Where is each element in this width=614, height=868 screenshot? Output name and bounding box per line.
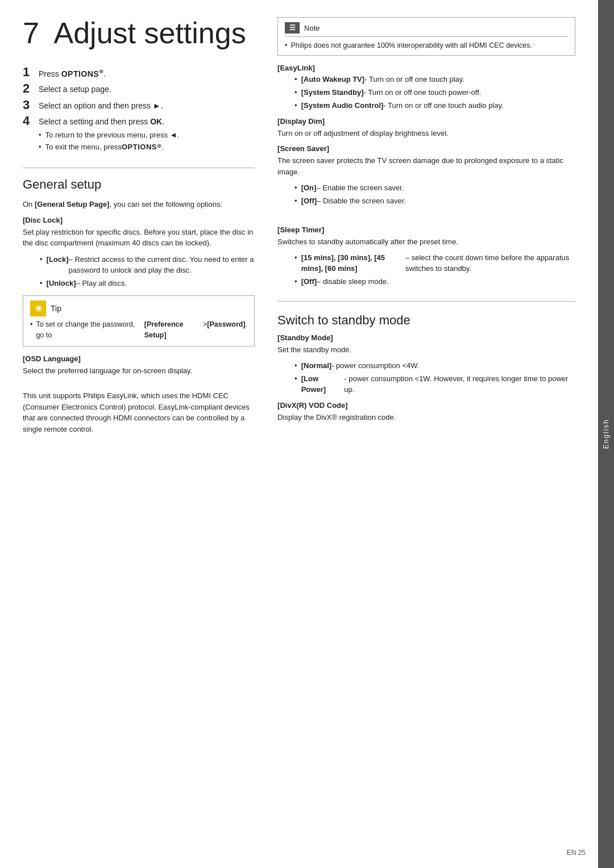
disc-lock-option-1: [Lock] – Restrict access to the current … xyxy=(40,254,255,276)
general-setup-intro: On [General Setup Page], you can set the… xyxy=(23,199,255,210)
display-dim-desc: Turn on or off adjustment of display bri… xyxy=(277,128,575,139)
screen-saver-options: [On] – Enable the screen saver. [Off] – … xyxy=(277,183,575,207)
side-tab-label: English xyxy=(602,419,610,449)
side-tab: English xyxy=(598,0,614,868)
divider-right xyxy=(277,301,575,302)
sleep-timer-option-2: [Off] – disable sleep mode. xyxy=(294,277,575,287)
note-icon-symbol: ☰ xyxy=(289,24,296,32)
tip-icon-symbol: ✳ xyxy=(35,303,42,314)
disc-lock-option-2: [Unlock] – Play all discs. xyxy=(40,278,255,289)
step-text-3: Select an option and then press ►. xyxy=(39,98,163,112)
step-text-4: Select a setting and then press OK. xyxy=(39,114,164,128)
screen-saver-option-2: [Off] – Disable the screen saver. xyxy=(294,196,575,207)
easylink-option-2: [System Standby] - Turn on or off one to… xyxy=(294,87,575,98)
note-box: ☰ Note Philips does not guarantee 100% i… xyxy=(277,17,575,56)
chapter-number: 7 xyxy=(23,16,39,49)
disc-lock-label: [Disc Lock] xyxy=(23,216,255,224)
screen-saver-label: [Screen Saver] xyxy=(277,144,575,153)
step-2: 2 Select a setup page. xyxy=(23,82,255,95)
general-setup-heading: General setup xyxy=(23,177,255,192)
page-footer-text: EN 25 xyxy=(567,849,586,857)
step-4-sub-2: To exit the menu, press OPTIONS⊕. xyxy=(39,142,179,152)
screen-saver-desc: The screen saver protects the TV screen … xyxy=(277,155,575,177)
easylink-label: [EasyLink] xyxy=(277,64,575,72)
disc-lock-options: [Lock] – Restrict access to the current … xyxy=(23,254,255,289)
standby-mode-options: [Normal] - power consumption <4W. [Low P… xyxy=(277,361,575,395)
step-text-1: Press OPTIONS⊕. xyxy=(39,65,106,80)
tip-header: ✳ Tip xyxy=(30,301,247,316)
note-label: Note xyxy=(304,24,320,32)
screen-saver-option-1: [On] – Enable the screen saver. xyxy=(294,183,575,194)
step-num-3: 3 xyxy=(23,98,39,112)
disc-lock-desc: Set play restriction for specific discs.… xyxy=(23,227,255,249)
note-text: Philips does not guarantee 100% interope… xyxy=(285,40,568,51)
divider-1 xyxy=(23,168,255,168)
standby-mode-option-2: [Low Power] - power consumption <1W. How… xyxy=(294,374,575,395)
divx-code-label: [DivX(R) VOD Code] xyxy=(277,401,575,410)
step-3: 3 Select an option and then press ►. xyxy=(23,98,255,112)
note-icon: ☰ xyxy=(285,22,300,34)
page-title: 7 Adjust settings xyxy=(23,17,255,49)
page-footer: EN 25 xyxy=(567,849,586,857)
switch-standby-heading: Switch to standby mode xyxy=(277,313,575,328)
easylink-options: [Auto Wakeup TV] - Turn on or off one to… xyxy=(277,74,575,111)
standby-mode-desc: Set the standby mode. xyxy=(277,344,575,356)
step-text-2: Select a setup page. xyxy=(39,82,111,95)
step-num-4: 4 xyxy=(23,114,39,128)
note-content: Philips does not guarantee 100% interope… xyxy=(285,40,568,51)
divx-code-desc: Display the DivX® registration code. xyxy=(277,412,575,423)
display-dim-label: [Display Dim] xyxy=(277,117,575,126)
step-4-sub-1: To return to the previous menu, press ◄. xyxy=(39,130,179,140)
tip-box: ✳ Tip To set or change the password, go … xyxy=(23,295,255,346)
right-column: ☰ Note Philips does not guarantee 100% i… xyxy=(272,17,575,845)
sleep-timer-options: [15 mins], [30 mins], [45 mins], [60 min… xyxy=(277,253,575,287)
easylink-option-1: [Auto Wakeup TV] - Turn on or off one to… xyxy=(294,74,575,85)
osd-language-label: [OSD Language] xyxy=(23,354,255,363)
easylink-intro-text: This unit supports Philips EasyLink, whi… xyxy=(23,390,255,435)
tip-text: To set or change the password, go to [Pr… xyxy=(30,319,247,340)
note-header: ☰ Note xyxy=(285,22,568,37)
sleep-timer-desc: Switches to standby automatically after … xyxy=(277,236,575,248)
tip-content: To set or change the password, go to [Pr… xyxy=(30,319,247,340)
sleep-timer-option-1: [15 mins], [30 mins], [45 mins], [60 min… xyxy=(294,253,575,274)
step-4-sub: To return to the previous menu, press ◄.… xyxy=(39,130,179,154)
sleep-timer-label: [Sleep Timer] xyxy=(277,226,575,234)
tip-icon: ✳ xyxy=(30,301,46,316)
osd-language-desc: Select the preferred language for on-scr… xyxy=(23,365,255,377)
page-title-text: Adjust settings xyxy=(54,16,246,49)
easylink-option-3: [System Audio Control] - Turn on or off … xyxy=(294,101,575,111)
step-1: 1 Press OPTIONS⊕. xyxy=(23,65,255,80)
step-num-1: 1 xyxy=(23,65,39,79)
standby-mode-label: [Standby Mode] xyxy=(277,333,575,342)
tip-label: Tip xyxy=(51,304,61,313)
left-column: 7 Adjust settings 1 Press OPTIONS⊕. 2 Se… xyxy=(23,17,272,845)
step-4: 4 Select a setting and then press OK. To… xyxy=(23,114,255,157)
steps-list: 1 Press OPTIONS⊕. 2 Select a setup page.… xyxy=(23,65,255,156)
standby-mode-option-1: [Normal] - power consumption <4W. xyxy=(294,361,575,372)
step-num-2: 2 xyxy=(23,82,39,95)
